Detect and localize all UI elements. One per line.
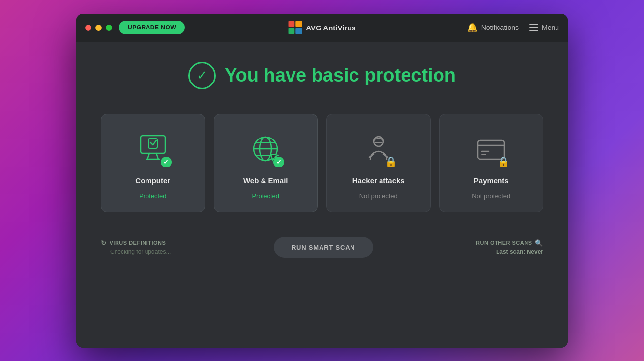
run-other-scans-button[interactable]: RUN OTHER SCANS 🔍 — [476, 239, 543, 247]
checkmark-icon: ✓ — [197, 68, 207, 83]
last-scan-value: Never — [527, 249, 543, 255]
hacker-card-status: Not protected — [359, 193, 398, 200]
close-button[interactable] — [85, 25, 91, 31]
virus-defs-subtitle: Checking for updates... — [110, 249, 171, 255]
svg-rect-2 — [288, 28, 294, 34]
lock-badge-hacker: 🔒 — [385, 156, 397, 167]
hacker-card-name: Hacker attacks — [352, 176, 405, 185]
other-scans-label: RUN OTHER SCANS — [476, 240, 532, 246]
traffic-lights — [85, 25, 112, 31]
main-content: ✓ You have basic protection ✓ — [76, 42, 568, 348]
virus-defs-title: ↻ VIRUS DEFINITIONS — [101, 239, 171, 247]
status-text: You have basic protection — [225, 65, 456, 86]
status-check-circle: ✓ — [188, 62, 216, 89]
run-smart-scan-button[interactable]: RUN SMART SCAN — [274, 237, 373, 258]
computer-card-name: Computer — [135, 176, 170, 185]
virus-definitions-area: ↻ VIRUS DEFINITIONS Checking for updates… — [101, 239, 171, 255]
payments-card[interactable]: 🔒 Payments Not protected — [439, 114, 544, 212]
bottom-bar: ↻ VIRUS DEFINITIONS Checking for updates… — [101, 237, 543, 258]
menu-button[interactable]: Menu — [529, 24, 559, 31]
computer-card[interactable]: ✓ Computer Protected — [101, 114, 205, 212]
app-logo-icon — [288, 21, 302, 34]
web-email-icon-wrapper: ✓ — [246, 129, 285, 168]
other-scans-area: RUN OTHER SCANS 🔍 Last scan: Never — [476, 239, 543, 255]
protected-badge-web: ✓ — [273, 157, 284, 167]
computer-icon-wrapper: ✓ — [133, 129, 173, 168]
svg-rect-3 — [295, 28, 302, 34]
notifications-label: Notifications — [481, 24, 519, 31]
maximize-button[interactable] — [106, 25, 112, 31]
upgrade-button[interactable]: UPGRADE NOW — [119, 21, 185, 34]
notifications-button[interactable]: 🔔 Notifications — [467, 22, 519, 33]
web-email-card[interactable]: ✓ Web & Email Protected — [214, 114, 318, 212]
app-title-area: AVG AntiVirus — [288, 21, 355, 34]
minimize-button[interactable] — [95, 25, 102, 31]
payments-icon-wrapper: 🔒 — [471, 129, 511, 168]
hamburger-icon — [529, 24, 538, 31]
protection-cards-grid: ✓ Computer Protected — [101, 114, 543, 212]
web-email-card-status: Protected — [252, 193, 279, 200]
hacker-attacks-card[interactable]: 🔒 Hacker attacks Not protected — [326, 114, 431, 212]
computer-card-status: Protected — [139, 193, 167, 200]
app-window: UPGRADE NOW AVG AntiVirus 🔔 Notification… — [76, 14, 568, 348]
refresh-icon: ↻ — [101, 239, 107, 247]
protected-badge-computer: ✓ — [161, 157, 172, 167]
titlebar-actions: 🔔 Notifications Menu — [467, 22, 559, 33]
svg-rect-1 — [295, 21, 302, 27]
virus-defs-label: VIRUS DEFINITIONS — [110, 240, 166, 246]
status-header: ✓ You have basic protection — [188, 62, 456, 89]
titlebar: UPGRADE NOW AVG AntiVirus 🔔 Notification… — [76, 14, 568, 42]
menu-label: Menu — [542, 24, 559, 31]
last-scan-label: Last scan: — [496, 249, 525, 255]
payments-card-name: Payments — [474, 176, 509, 185]
lock-badge-payments: 🔒 — [498, 156, 510, 167]
payments-card-status: Not protected — [472, 193, 510, 200]
last-scan-info: Last scan: Never — [496, 249, 543, 255]
bell-icon: 🔔 — [467, 22, 478, 33]
hacker-icon-wrapper: 🔒 — [359, 129, 398, 168]
svg-rect-0 — [288, 21, 294, 27]
web-email-card-name: Web & Email — [243, 176, 288, 185]
search-icon: 🔍 — [535, 239, 543, 247]
app-title-text: AVG AntiVirus — [306, 24, 355, 32]
